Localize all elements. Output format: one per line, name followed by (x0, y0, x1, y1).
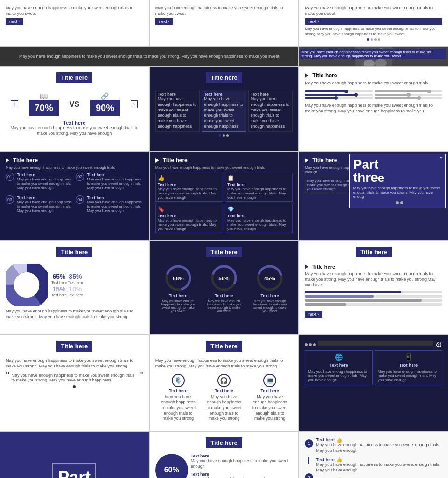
row1-text3: May you have enough happiness to make yo… (305, 6, 442, 16)
numlist-item0: 01 Text here May you have enough happine… (6, 173, 73, 190)
pie-lbl3: Text here (68, 293, 83, 297)
slider-thumb0 (344, 90, 348, 93)
compare-cell: Title here ‹ 📖 70% VS 🔗 90% › Text here … (0, 67, 149, 151)
dot-gray1 (305, 343, 308, 346)
fourgrid-title: Title here (163, 157, 188, 164)
bubble0: 60% (155, 454, 188, 478)
vertlist-icon1: 👍 (336, 457, 342, 462)
pie-footer: May you have enough happiness to make yo… (6, 309, 143, 319)
row1-text-mid: May you have enough happiness to make yo… (305, 27, 442, 36)
slider-left-col (305, 89, 372, 100)
compare-right-arrow[interactable]: › (131, 100, 138, 108)
numlist-num2: 03 (6, 195, 14, 204)
quote-cell: Title here May you have enough happiness… (0, 335, 149, 431)
circle-item2: 45% Text here May you have enough happin… (252, 264, 287, 312)
icon-label1: Text here (215, 388, 233, 393)
vert-line01 (308, 457, 309, 464)
slider-title: Title here (312, 72, 337, 79)
fourgrid-text1: May you have enough happiness to make yo… (227, 187, 290, 200)
iconrow-sub: May you have enough happiness to make yo… (155, 358, 293, 369)
icon-item1: 🎧 Text here May you have enough happines… (205, 374, 243, 422)
next-arrow-2: › (168, 19, 169, 24)
part3-overlay-text: May you have enough happiness to make yo… (353, 186, 441, 199)
icon-label2: Text here (261, 388, 279, 393)
quote-title: Title here (56, 341, 93, 352)
pie-pct3: 10% (69, 285, 82, 293)
next-btn-2[interactable]: next › (155, 18, 173, 25)
bubble-text-label0: Text here (191, 454, 293, 458)
vertlist-label1: Text here (316, 457, 334, 462)
threecol-title: Title here (206, 72, 242, 83)
row1-dots (305, 38, 442, 41)
circle-svg1: 56% (210, 264, 238, 292)
bubble-title: Title here (206, 437, 242, 448)
compare-pct2: 90% (90, 100, 120, 116)
slider-track5 (375, 97, 442, 99)
circles-cell: Title here 68% Text here May you have en… (150, 241, 299, 334)
part3-cell: Title here May you have enough happiness… (299, 152, 448, 240)
circle-label1: Text here (215, 293, 233, 298)
compare-icon1: 📖 (40, 92, 48, 100)
fourgrid-label1: Text here (227, 182, 290, 187)
close-icon[interactable]: ✕ (439, 156, 443, 161)
compare-sub-text: May you have enough happiness to make yo… (6, 125, 143, 136)
icon-item2: 💻 Text here May you have enough happines… (251, 374, 288, 422)
slider-fill0 (305, 90, 345, 92)
svg-text:68%: 68% (173, 275, 184, 281)
circle-sub0: May you have enough happiness to make yo… (161, 299, 196, 312)
circle-label2: Text here (261, 293, 279, 298)
icon-text1: May you have enough happiness to make yo… (205, 395, 243, 422)
svg-text:56%: 56% (218, 275, 230, 281)
slider-cell: Title here May you have enough happiness… (299, 67, 448, 151)
progbars-next-arrow: › (317, 312, 319, 317)
fourgrid-icon0: 👍 (158, 175, 221, 181)
numlist-title: Title here (13, 157, 38, 164)
numlist-arrow (6, 158, 9, 163)
next-btn-1[interactable]: next › (6, 18, 23, 25)
open-quote-icon: " (6, 373, 10, 379)
slider-track4 (375, 94, 442, 96)
compare-left-arrow[interactable]: ‹ (11, 100, 18, 108)
device-text1: May you have enough happiness to make yo… (378, 369, 439, 382)
iconrow-grid: 🎙️ Text here May you have enough happine… (155, 374, 293, 422)
numlist-label1: Text here (87, 173, 143, 177)
fourgrid-sub: May you have enough happiness to make yo… (155, 166, 293, 170)
part3-title: Title here (312, 157, 337, 164)
slider-thumb1 (354, 93, 358, 97)
quote-text: May you have enough happiness to make yo… (10, 373, 140, 382)
slider-row5 (375, 97, 442, 99)
slider-track1 (305, 94, 372, 96)
next-label-3: next (308, 19, 316, 24)
fourgrid-icon3: 💎 (227, 206, 290, 213)
fourgrid-label0: Text here (158, 182, 221, 187)
slider-fill1 (305, 94, 356, 96)
dot-gray3 (313, 343, 316, 346)
progbars-next-btn[interactable]: next › (305, 311, 322, 318)
circle-label0: Text here (169, 293, 187, 298)
fourgrid-item2: 🔖 Text here May you have enough happines… (155, 204, 223, 233)
slider-thumb4 (407, 93, 411, 97)
bubble-text-text0: May you have enough happiness to make yo… (191, 458, 293, 469)
quote-block: " May you have enough happiness to make … (6, 373, 143, 382)
threecol-dots (155, 134, 293, 137)
bubble-cell: Title here 60% 70% 90% Text here May you (150, 432, 299, 478)
compare-icon2: 🔗 (101, 92, 109, 100)
circles-title: Title here (206, 247, 242, 257)
quote-sub: May you have enough happiness to make yo… (6, 358, 143, 369)
pie-lbl2: Text here (51, 293, 67, 297)
slider-thumb2 (334, 96, 338, 100)
threecol-label1: Text here (204, 92, 244, 97)
threecol-item2: Text here May you have enough happiness … (248, 90, 293, 132)
numlist-item2: 03 Text here May you have enough happine… (6, 195, 73, 213)
device-text0: May you have enough happiness to make yo… (308, 369, 369, 382)
progbars-sub-title: Title here (312, 264, 335, 270)
vertlist-item1: Text here 👍 May you have enough happines… (316, 457, 442, 473)
vertlist-text0: May you have enough happiness to make yo… (316, 443, 442, 453)
svg-text:45%: 45% (265, 275, 276, 281)
next-btn-3[interactable]: next › (305, 18, 442, 25)
pie-lbl0: Text here (51, 280, 67, 284)
circle-item1: 56% Text here May you have enough happin… (206, 264, 241, 312)
bar0 (305, 291, 442, 293)
device-label0: Text here (329, 363, 348, 367)
numlist-label0: Text here (17, 173, 73, 177)
